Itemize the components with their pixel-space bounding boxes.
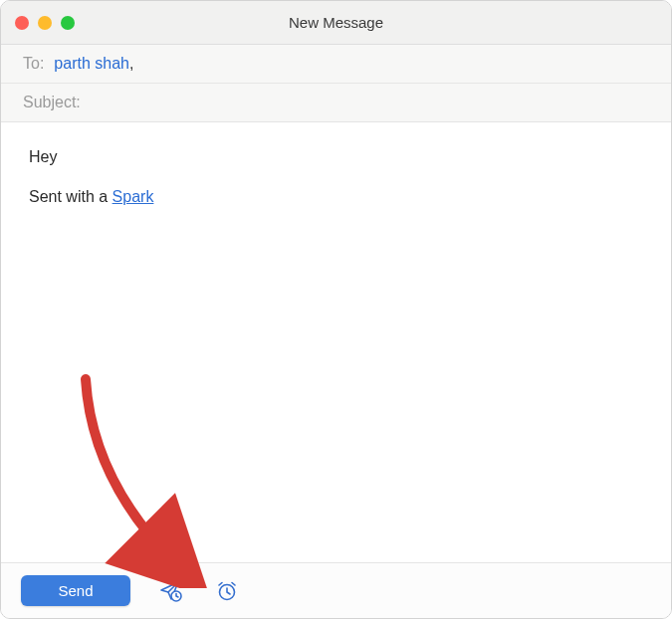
- signature-prefix: Sent with a: [29, 188, 112, 205]
- maximize-window-button[interactable]: [61, 16, 75, 30]
- to-recipient-suffix: ,: [129, 55, 133, 73]
- body-line-1: Hey: [29, 144, 643, 170]
- header-fields: To: parth shah, Subject:: [1, 45, 671, 122]
- send-later-button[interactable]: [156, 576, 186, 606]
- paper-plane-schedule-icon: [159, 580, 183, 602]
- signature-line: Sent with a Spark: [29, 184, 643, 210]
- minimize-window-button[interactable]: [38, 16, 52, 30]
- to-label: To:: [23, 55, 44, 73]
- alarm-clock-icon: [216, 580, 238, 602]
- window-title: New Message: [1, 14, 671, 31]
- subject-row[interactable]: Subject:: [1, 84, 671, 121]
- to-row[interactable]: To: parth shah,: [1, 45, 671, 84]
- reminder-button[interactable]: [212, 576, 242, 606]
- send-button[interactable]: Send: [21, 575, 130, 606]
- to-recipient[interactable]: parth shah: [54, 55, 129, 73]
- spark-link[interactable]: Spark: [112, 188, 154, 205]
- compose-window: New Message To: parth shah, Subject: Hey…: [0, 0, 672, 619]
- message-body[interactable]: Hey Sent with a Spark: [1, 122, 671, 562]
- subject-label: Subject:: [23, 94, 81, 111]
- close-window-button[interactable]: [15, 16, 29, 30]
- titlebar: New Message: [1, 1, 671, 45]
- window-controls: [15, 16, 75, 30]
- footer-toolbar: Send: [1, 562, 671, 618]
